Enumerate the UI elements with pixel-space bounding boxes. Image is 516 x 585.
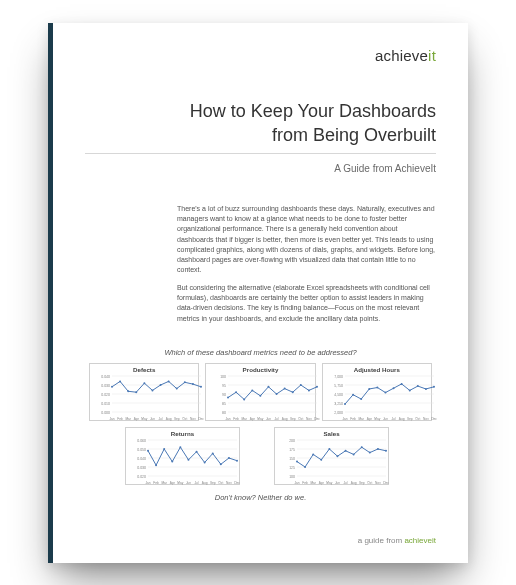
svg-point-65 xyxy=(300,384,302,386)
svg-point-125 xyxy=(155,464,157,466)
svg-text:Dec: Dec xyxy=(234,481,240,485)
svg-point-98 xyxy=(408,389,410,391)
svg-text:Aug: Aug xyxy=(282,417,288,421)
svg-point-127 xyxy=(171,460,173,462)
svg-text:Apr: Apr xyxy=(366,417,372,421)
svg-point-59 xyxy=(252,389,254,391)
svg-point-26 xyxy=(143,382,145,384)
svg-text:Feb: Feb xyxy=(153,481,159,485)
svg-point-99 xyxy=(416,385,418,387)
svg-text:Jul: Jul xyxy=(275,417,279,421)
svg-point-166 xyxy=(361,446,363,448)
svg-point-126 xyxy=(163,448,165,450)
chart-row-1: Defects 0.0400.0300.0200.0100.000JanFebM… xyxy=(89,363,432,421)
svg-text:May: May xyxy=(374,417,380,421)
subtitle: A Guide from AchieveIt xyxy=(334,163,436,174)
svg-text:Nov: Nov xyxy=(190,417,196,421)
title-block: How to Keep Your Dashboards from Being O… xyxy=(85,99,436,177)
footer-pre: a guide from xyxy=(358,536,405,545)
svg-point-168 xyxy=(377,448,379,450)
svg-text:175: 175 xyxy=(289,447,295,451)
svg-point-164 xyxy=(345,449,347,451)
chart-sales: Sales 200175150125100JanFebMarAprMayJunJ… xyxy=(274,427,389,485)
svg-point-95 xyxy=(384,391,386,393)
svg-text:Apr: Apr xyxy=(170,481,176,485)
svg-point-94 xyxy=(376,386,378,388)
svg-point-90 xyxy=(344,403,346,405)
svg-text:Mar: Mar xyxy=(310,481,316,485)
svg-text:Nov: Nov xyxy=(306,417,312,421)
svg-text:100: 100 xyxy=(289,474,295,478)
svg-text:Sep: Sep xyxy=(290,417,296,421)
svg-text:125: 125 xyxy=(289,465,295,469)
chart-caption: Don't know? Neither do we. xyxy=(85,493,436,502)
svg-point-22 xyxy=(111,385,113,387)
svg-text:150: 150 xyxy=(289,456,295,460)
svg-text:Jul: Jul xyxy=(344,481,348,485)
paragraph-1: There's a lot of buzz surrounding dashbo… xyxy=(177,204,436,275)
svg-point-159 xyxy=(304,466,306,468)
svg-point-23 xyxy=(119,380,121,382)
svg-text:Mar: Mar xyxy=(125,417,131,421)
logo-part1: achieve xyxy=(375,47,428,64)
svg-text:Mar: Mar xyxy=(242,417,248,421)
svg-text:80: 80 xyxy=(222,410,226,414)
svg-text:90: 90 xyxy=(222,392,226,396)
svg-point-31 xyxy=(184,381,186,383)
svg-point-133 xyxy=(220,463,222,465)
svg-text:5,750: 5,750 xyxy=(334,383,343,387)
svg-point-100 xyxy=(425,388,427,390)
chart-adjusted-hours: Adjusted Hours 7,0005,7504,5003,2502,000… xyxy=(322,363,432,421)
svg-point-130 xyxy=(196,450,198,452)
svg-text:Jan: Jan xyxy=(226,417,231,421)
svg-point-97 xyxy=(400,383,402,385)
svg-point-169 xyxy=(385,449,387,451)
svg-text:Nov: Nov xyxy=(423,417,429,421)
svg-point-158 xyxy=(296,460,298,462)
page-content: achieveit How to Keep Your Dashboards fr… xyxy=(48,23,468,563)
svg-text:Dec: Dec xyxy=(383,481,389,485)
svg-text:0.040: 0.040 xyxy=(101,374,110,378)
svg-point-129 xyxy=(187,458,189,460)
svg-point-134 xyxy=(228,457,230,459)
svg-point-160 xyxy=(312,453,314,455)
svg-text:Jul: Jul xyxy=(391,417,395,421)
svg-text:0.000: 0.000 xyxy=(101,410,110,414)
svg-text:Jul: Jul xyxy=(159,417,163,421)
svg-point-29 xyxy=(168,380,170,382)
svg-point-161 xyxy=(320,458,322,460)
footer: a guide from achieveit xyxy=(85,536,436,545)
svg-text:Feb: Feb xyxy=(234,417,240,421)
body-text: There's a lot of buzz surrounding dashbo… xyxy=(85,204,436,332)
svg-text:7,000: 7,000 xyxy=(334,374,343,378)
svg-text:Feb: Feb xyxy=(302,481,308,485)
svg-point-167 xyxy=(369,451,371,453)
svg-text:Dec: Dec xyxy=(198,417,204,421)
svg-text:0.020: 0.020 xyxy=(137,474,146,478)
svg-point-28 xyxy=(160,384,162,386)
title-line-1: How to Keep Your Dashboards xyxy=(190,101,436,121)
svg-point-32 xyxy=(192,383,194,385)
svg-point-61 xyxy=(268,385,270,387)
svg-text:Jun: Jun xyxy=(150,417,155,421)
svg-text:Oct: Oct xyxy=(415,417,420,421)
svg-text:Dec: Dec xyxy=(431,417,437,421)
svg-point-91 xyxy=(352,393,354,395)
svg-text:0.060: 0.060 xyxy=(137,438,146,442)
svg-text:Apr: Apr xyxy=(134,417,140,421)
document-page: achieveit How to Keep Your Dashboards fr… xyxy=(48,23,468,563)
paragraph-2: But considering the alternative (elabora… xyxy=(177,283,436,324)
svg-point-128 xyxy=(179,446,181,448)
svg-text:Nov: Nov xyxy=(375,481,381,485)
svg-text:Jun: Jun xyxy=(335,481,340,485)
chart-question: Which of these dashboard metrics need to… xyxy=(85,348,436,357)
svg-point-64 xyxy=(292,391,294,393)
svg-point-67 xyxy=(316,385,318,387)
svg-text:May: May xyxy=(177,481,183,485)
svg-point-62 xyxy=(276,393,278,395)
svg-text:Dec: Dec xyxy=(314,417,320,421)
svg-text:Sep: Sep xyxy=(407,417,413,421)
svg-point-92 xyxy=(360,398,362,400)
svg-point-165 xyxy=(353,453,355,455)
svg-point-33 xyxy=(200,385,202,387)
